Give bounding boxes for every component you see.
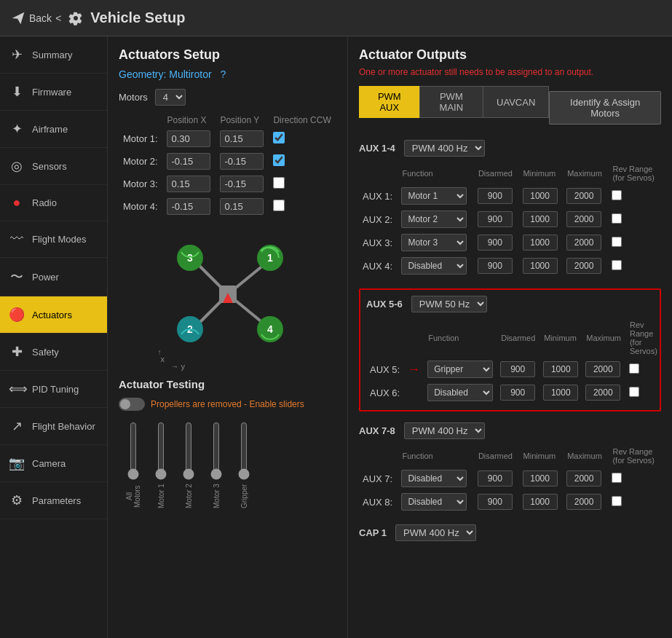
aux8-function-select[interactable]: Disabled [401,493,467,511]
sidebar-item-flight-behavior[interactable]: ↗ Flight Behavior [0,408,107,445]
motor-row-label: Motor 2: [119,150,162,173]
motor3-slider[interactable] [209,422,224,480]
aux5-6-title: AUX 5-6 [366,299,403,310]
aux4-function-select[interactable]: Disabled [401,257,467,275]
sidebar-item-safety[interactable]: ✚ Safety [0,334,107,371]
sidebar-item-parameters[interactable]: ⚙ Parameters [0,482,107,519]
back-plane-icon [11,11,25,25]
aux8-rev-checkbox[interactable] [612,496,622,506]
table-row: Motor 4: [119,195,336,218]
sidebar-item-radio[interactable]: ● Radio [0,185,107,221]
back-button[interactable]: Back < [11,11,61,25]
all-motors-slider[interactable] [126,422,141,480]
sidebar-item-summary[interactable]: ✈ Summary [0,36,107,74]
aux5-function-select[interactable]: Gripper [427,361,493,378]
motor3-pos-x[interactable] [167,176,210,192]
aux5-rev-checkbox[interactable] [629,363,639,374]
aux1-function-select[interactable]: Motor 1 [401,187,467,205]
identify-assign-button[interactable]: Identify & Assign Motors [549,91,661,125]
aux7-minimum[interactable] [523,470,558,487]
aux4-minimum[interactable] [523,258,558,274]
aux6-maximum[interactable] [585,385,620,401]
motor2-slider-label: Motor 2 [185,484,193,509]
aux7-disarmed[interactable] [478,470,513,487]
actuators-setup-title: Actuators Setup [119,47,336,63]
aux4-rev-checkbox[interactable] [612,260,622,270]
tab-pwm-main[interactable]: PWM MAIN [419,86,483,118]
aux7-maximum[interactable] [566,470,601,487]
aux5-6-table: Function Disarmed Minimum Maximum Rev Ra… [366,318,662,404]
aux2-function-select[interactable]: Motor 2 [401,210,467,228]
aux3-disarmed[interactable] [478,235,513,251]
sidebar-item-actuators[interactable]: 🔴 Actuators [0,296,107,334]
motor1-pos-y[interactable] [220,130,264,147]
sidebar-item-airframe[interactable]: ✦ Airframe [0,111,107,148]
sidebar-item-pid-tuning[interactable]: ⟺ PID Tuning [0,371,107,408]
aux4-disarmed[interactable] [478,258,513,274]
aux-col-label [366,318,403,358]
help-icon[interactable]: ? [221,68,226,80]
sidebar-item-power[interactable]: 〜 Power [0,258,107,296]
aux3-maximum[interactable] [566,235,601,251]
aux6-minimum[interactable] [543,385,578,401]
aux8-minimum[interactable] [523,494,558,510]
aux1-rev-checkbox[interactable] [612,190,622,200]
aux7-8-freq-select[interactable]: PWM 400 Hz [404,422,485,439]
motor1-slider[interactable] [154,422,168,480]
aux8-disarmed[interactable] [478,494,513,510]
sidebar-label-radio: Radio [32,197,57,208]
sidebar-item-camera[interactable]: 📷 Camera [0,445,107,482]
motor3-pos-y[interactable] [220,176,264,192]
motor1-ccw-checkbox[interactable] [273,132,285,143]
aux4-maximum[interactable] [566,258,601,274]
table-row: AUX 5: → Gripper [366,358,662,381]
aux2-maximum[interactable] [566,211,601,227]
aux3-function-select[interactable]: Motor 3 [401,234,467,251]
motor4-ccw-checkbox[interactable] [273,200,285,211]
aux1-maximum[interactable] [566,188,601,204]
actuator-testing-section: Actuator Testing Propellers are removed … [119,378,336,509]
sensors-icon: ◎ [9,158,25,174]
aux5-minimum[interactable] [543,361,578,377]
aux1-disarmed[interactable] [478,188,513,204]
aux1-4-freq-select[interactable]: PWM 400 Hz [404,140,485,157]
gripper-slider[interactable] [237,422,251,480]
aux6-rev-checkbox[interactable] [629,387,639,397]
aux2-rev-checkbox[interactable] [612,213,622,224]
enable-sliders-toggle[interactable] [119,398,145,411]
aux6-function-select[interactable]: Disabled [427,384,493,401]
aux8-maximum[interactable] [566,494,601,510]
motors-count-select[interactable]: 4 [155,89,186,106]
col-pos-y: Position Y [216,113,269,127]
motor2-ccw-checkbox[interactable] [273,154,285,166]
sidebar-item-firmware[interactable]: ⬇ Firmware [0,74,107,111]
tab-pwm-aux[interactable]: PWM AUX [359,86,419,118]
aux6-disarmed[interactable] [500,385,535,401]
aux1-minimum[interactable] [523,188,558,204]
motor-row-label: Motor 1: [119,127,162,150]
aux5-maximum[interactable] [585,361,620,377]
propeller-warning-text: Propellers are removed - Enable sliders [151,399,304,409]
aux5-6-freq-select[interactable]: PWM 50 Hz [411,296,487,312]
aux5-disarmed[interactable] [500,361,535,377]
motor2-pos-y[interactable] [220,153,264,170]
aux2-disarmed[interactable] [478,211,513,227]
aux7-function-select[interactable]: Disabled [401,470,467,487]
outputs-warning: One or more actuator still needs to be a… [359,67,661,77]
aux-col-disarmed: Disarmed [474,445,519,467]
motor2-pos-x[interactable] [167,153,210,170]
aux7-rev-checkbox[interactable] [612,473,622,483]
sidebar-label-safety: Safety [32,347,59,358]
motor4-pos-x[interactable] [167,198,210,215]
tab-uavcan[interactable]: UAVCAN [483,86,549,118]
motor2-slider[interactable] [181,422,196,480]
aux3-minimum[interactable] [523,235,558,251]
motor1-pos-x[interactable] [167,130,210,147]
motor4-pos-y[interactable] [220,198,264,215]
sidebar-item-flight-modes[interactable]: 〰 Flight Modes [0,221,107,258]
aux3-rev-checkbox[interactable] [612,237,622,247]
cap1-freq-select[interactable]: PWM 400 Hz [395,524,476,541]
sidebar-item-sensors[interactable]: ◎ Sensors [0,148,107,185]
aux2-minimum[interactable] [523,211,558,227]
motor3-ccw-checkbox[interactable] [273,177,285,189]
